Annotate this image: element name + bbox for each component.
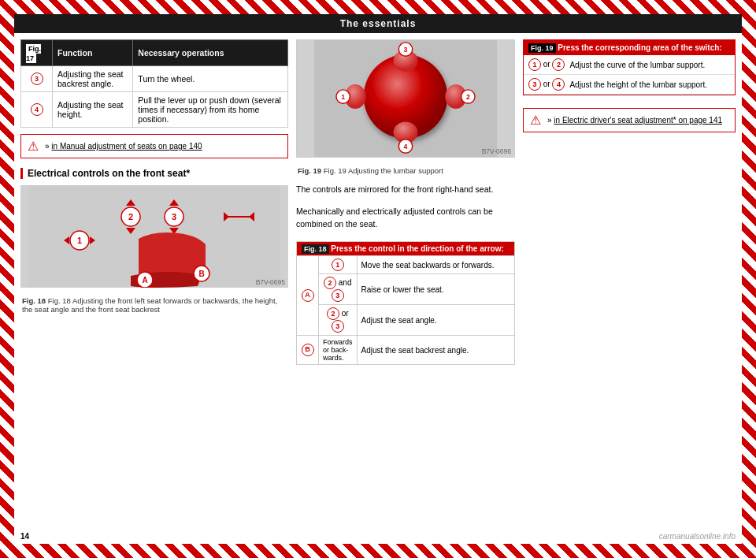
num-2-or-3: 2 or 3 [319, 305, 358, 336]
page-number: 14 [20, 532, 29, 541]
section-heading-text: Electrical controls on the front seat* [28, 168, 190, 179]
row2-function: Adjusting the seat height. [53, 92, 133, 128]
num-1: 1 [319, 256, 358, 274]
warning-text-2: » in Electric driver's seat adjustment* … [547, 116, 722, 125]
label-a: A [297, 256, 319, 336]
fig17-label-header: Fig. 17 [21, 40, 53, 66]
table-row: 3 Adjusting the seat backrest angle. Tur… [21, 66, 288, 92]
desc-2: Raise or lower the seat. [357, 274, 514, 305]
header-title: The essentials [340, 18, 417, 29]
svg-text:3: 3 [172, 212, 176, 221]
page-header: The essentials [14, 14, 742, 33]
label-b: B [297, 336, 319, 365]
fig19-row-2: 3 or 4 Adjust the height of the lumbar s… [524, 75, 735, 95]
left-column: Fig. 17 Function Necessary operations 3 … [20, 39, 288, 538]
fig18-table-header: Fig. 18 Press the control in the directi… [297, 242, 515, 256]
fig18-code: B7V-0695 [256, 278, 285, 286]
svg-text:1: 1 [341, 93, 345, 101]
mid-column: 3 2 1 4 B7V-0696 Fig. 19 Fig. 19 Adjusti… [296, 39, 515, 538]
warning-text-1: » in Manual adjustment of seats on page … [45, 142, 202, 151]
svg-text:2: 2 [466, 93, 470, 101]
row1-icon: 3 [21, 66, 53, 92]
table-row: B Forwards or back-wards. Adjust the sea… [297, 336, 515, 365]
fig17-badge: Fig. 17 [26, 44, 41, 63]
row2-icon: 4 [21, 92, 53, 128]
fig19-caption: Fig. 19 Fig. 19 Adjusting the lumbar sup… [296, 164, 515, 177]
fig17-table: Fig. 17 Function Necessary operations 3 … [20, 39, 288, 128]
fig18-direction-table: Fig. 18 Press the control in the directi… [296, 241, 515, 365]
row1-function: Adjusting the seat backrest angle. [53, 66, 133, 92]
desc-1: Move the seat backwards or forwards. [357, 256, 514, 274]
lumbar-image: 3 2 1 4 B7V-0696 [296, 39, 515, 158]
watermark: carmanualsonline.info [659, 532, 736, 541]
fig19-desc-1: Adjust the curve of the lumbar support. [569, 61, 705, 69]
table-row: A 1 Move the seat backwards or forwards. [297, 256, 515, 274]
forwards-label: Forwards or back-wards. [319, 336, 358, 365]
desc-4: Adjust the seat backrest angle. [357, 336, 514, 365]
warning-icon-2: ⚠ [530, 113, 541, 128]
svg-text:B: B [198, 270, 204, 278]
table-row: 4 Adjusting the seat height. Pull the le… [21, 92, 288, 128]
section-heading: Electrical controls on the front seat* [20, 168, 288, 179]
fig19-box-header: Fig. 19 Press the corresponding area of … [524, 40, 735, 55]
warning-box-2: ⚠ » in Electric driver's seat adjustment… [523, 108, 736, 132]
num-2-3: 2 and3 [319, 274, 358, 305]
table-row: 2 and3 Raise or lower the seat. [297, 274, 515, 305]
function-header: Function [53, 40, 133, 66]
info-text-2: Mechanically and electrically adjusted c… [296, 206, 515, 231]
warning-box-1: ⚠ » in Manual adjustment of seats on pag… [20, 134, 288, 158]
columns-container: Fig. 17 Function Necessary operations 3 … [14, 33, 742, 544]
table-row: 2 or 3 Adjust the seat angle. [297, 305, 515, 336]
svg-text:A: A [142, 276, 147, 285]
info-text-1: The controls are mirrored for the front … [296, 184, 515, 196]
fig18-caption: Fig. 18 Fig. 18 Adjusting the front left… [20, 294, 288, 316]
svg-text:1: 1 [77, 236, 82, 245]
operations-header: Necessary operations [133, 40, 288, 66]
main-content: The essentials Fig. 17 Function Necessar… [14, 14, 742, 544]
fig19-row-1: 1 or 2 Adjust the curve of the lumbar su… [524, 55, 735, 75]
seat-image: 1 2 3 [20, 185, 288, 288]
row1-operation: Turn the wheel. [133, 66, 288, 92]
warning-icon-1: ⚠ [28, 139, 39, 154]
fig19-num-2: 3 or 4 [528, 78, 565, 91]
fig19-box: Fig. 19 Press the corresponding area of … [523, 39, 736, 95]
row2-operation: Pull the lever up or push down (several … [133, 92, 288, 128]
desc-3: Adjust the seat angle. [357, 305, 514, 336]
lumbar-code: B7V-0696 [482, 147, 511, 155]
fig19-num-1: 1 or 2 [528, 58, 565, 71]
svg-text:2: 2 [128, 212, 133, 221]
right-column: Fig. 19 Press the corresponding area of … [523, 39, 736, 538]
svg-text:4: 4 [404, 143, 408, 151]
svg-text:3: 3 [404, 46, 408, 54]
fig19-desc-2: Adjust the height of the lumbar support. [569, 80, 707, 89]
